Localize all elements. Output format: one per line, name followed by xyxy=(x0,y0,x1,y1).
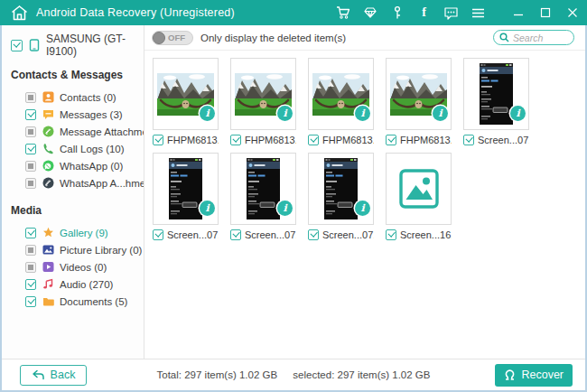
info-button[interactable]: i xyxy=(200,106,215,121)
main-panel: OFF Only display the deleted item(s) xyxy=(144,25,585,359)
gem-icon[interactable] xyxy=(362,5,377,21)
audio-icon xyxy=(42,278,54,291)
whatsapp-checkbox[interactable] xyxy=(25,161,36,172)
cart-icon[interactable] xyxy=(335,5,350,21)
info-button[interactable]: i xyxy=(510,106,526,121)
recover-button[interactable]: Recover xyxy=(495,364,573,387)
thumbnail-card[interactable]: i xyxy=(308,58,374,130)
screenshot-thumbnail xyxy=(247,158,280,219)
info-button[interactable]: i xyxy=(200,201,215,216)
file-grid-area: i FHPM6813.jpg xyxy=(144,51,585,359)
file-checkbox[interactable] xyxy=(153,229,163,240)
close-button[interactable] xyxy=(564,5,580,21)
file-name: Screen...07.png xyxy=(322,229,374,240)
gallery-item: i FHPM6813.jpg xyxy=(230,58,296,145)
titlebar: Android Data Recovery (Unregistered) f xyxy=(0,0,587,25)
file-name: Screen...07.png xyxy=(478,135,529,145)
selected-count: selected: 297 item(s) 1.02 GB xyxy=(293,369,430,380)
sidebar-item-videos[interactable]: Videos (0) xyxy=(11,258,140,275)
titlebar-actions: f xyxy=(335,5,580,21)
thumbnail-card[interactable]: i xyxy=(153,153,219,225)
feedback-icon[interactable] xyxy=(443,5,459,21)
sidebar-item-call-logs[interactable]: Call Logs (10) xyxy=(11,140,140,157)
thumbnail-card[interactable]: i xyxy=(230,58,296,130)
device-name: SAMSUNG (GT-I9100) xyxy=(46,33,140,58)
file-checkbox[interactable] xyxy=(308,135,319,145)
documents-icon xyxy=(42,295,54,308)
info-button[interactable]: i xyxy=(433,106,448,121)
toggle-knob xyxy=(153,32,165,44)
section-title-media: Media xyxy=(11,204,140,217)
selection-summary: Total: 297 item(s) 1.02 GB selected: 297… xyxy=(151,369,437,380)
thumbnail-card[interactable]: i xyxy=(463,58,529,130)
gallery-item: i FHPM6813.jpg xyxy=(153,58,219,145)
toggle-label: Only display the deleted item(s) xyxy=(200,33,346,43)
sidebar-item-whatsapp-attachments[interactable]: WhatsApp A...hments (0) xyxy=(11,174,140,191)
home-icon[interactable] xyxy=(9,3,29,23)
file-checkbox[interactable] xyxy=(386,229,396,240)
whatsapp-attachment-icon xyxy=(42,177,54,190)
thumbnail-card[interactable]: i xyxy=(153,58,219,130)
call-logs-icon xyxy=(42,143,54,155)
file-checkbox[interactable] xyxy=(230,229,241,240)
sidebar-item-documents[interactable]: Documents (5) xyxy=(11,293,140,310)
attachment-icon xyxy=(42,126,54,138)
file-name: Screen...07.png xyxy=(245,229,296,240)
file-name: FHPM6813.jpg xyxy=(245,135,296,145)
contacts-icon xyxy=(42,91,54,104)
facebook-icon[interactable]: f xyxy=(416,5,432,21)
total-count: Total: 297 item(s) 1.02 GB xyxy=(157,369,278,380)
screenshot-thumbnail xyxy=(324,158,358,219)
sidebar-item-messages[interactable]: Messages (3) xyxy=(11,106,140,123)
deleted-items-toggle[interactable]: OFF xyxy=(152,31,193,45)
gallery-item: i Screen...07.png xyxy=(308,153,374,240)
sidebar: SAMSUNG (GT-I9100) Contacts & Messages C… xyxy=(2,25,144,359)
maximize-button[interactable] xyxy=(537,5,553,21)
message-attachments-checkbox[interactable] xyxy=(25,126,36,137)
gallery-checkbox[interactable] xyxy=(25,228,36,238)
sidebar-item-message-attachments[interactable]: Message Attachments (0) xyxy=(11,123,140,140)
picture-library-checkbox[interactable] xyxy=(25,245,36,256)
videos-checkbox[interactable] xyxy=(25,262,36,273)
search-box[interactable] xyxy=(493,30,574,45)
file-grid: i FHPM6813.jpg xyxy=(153,58,585,240)
minimize-button[interactable] xyxy=(510,5,526,21)
file-checkbox[interactable] xyxy=(230,135,241,145)
contacts-checkbox[interactable] xyxy=(25,92,36,103)
device-checkbox[interactable] xyxy=(11,40,23,51)
sidebar-item-audio[interactable]: Audio (270) xyxy=(11,275,140,293)
menu-icon[interactable] xyxy=(471,5,486,21)
thumbnail-card[interactable]: i xyxy=(230,153,296,225)
messages-checkbox[interactable] xyxy=(25,109,36,120)
info-button[interactable]: i xyxy=(355,106,370,121)
device-row[interactable]: SAMSUNG (GT-I9100) xyxy=(11,33,140,58)
file-name: FHPM6813.jpg xyxy=(322,135,374,145)
thumbnail-card[interactable]: i xyxy=(386,58,452,130)
file-checkbox[interactable] xyxy=(386,135,396,145)
toggle-state: OFF xyxy=(168,33,185,42)
gallery-item: i FHPM6813.jpg xyxy=(386,58,452,145)
info-button[interactable]: i xyxy=(277,106,293,121)
audio-checkbox[interactable] xyxy=(25,279,36,290)
phone-icon xyxy=(28,39,41,51)
back-button[interactable]: Back xyxy=(20,365,87,386)
info-button[interactable]: i xyxy=(355,201,370,216)
sidebar-item-picture-library[interactable]: Picture Library (0) xyxy=(11,241,140,258)
info-button[interactable]: i xyxy=(277,201,293,216)
gallery-icon xyxy=(42,227,54,239)
documents-checkbox[interactable] xyxy=(25,296,36,307)
sidebar-item-whatsapp[interactable]: WhatsApp (0) xyxy=(11,157,140,174)
search-input[interactable] xyxy=(513,33,567,43)
file-checkbox[interactable] xyxy=(463,135,474,145)
back-arrow-icon xyxy=(32,369,44,380)
footer: Back Total: 297 item(s) 1.02 GB selected… xyxy=(2,359,585,390)
thumbnail-card[interactable]: i xyxy=(308,153,374,225)
call-logs-checkbox[interactable] xyxy=(25,144,36,154)
sidebar-item-gallery[interactable]: Gallery (9) xyxy=(11,224,140,241)
whatsapp-attachments-checkbox[interactable] xyxy=(25,178,36,189)
file-checkbox[interactable] xyxy=(308,229,319,240)
thumbnail-card[interactable]: i xyxy=(386,153,452,225)
sidebar-item-contacts[interactable]: Contacts (0) xyxy=(11,89,140,106)
key-icon[interactable] xyxy=(389,5,405,21)
file-checkbox[interactable] xyxy=(153,135,163,145)
